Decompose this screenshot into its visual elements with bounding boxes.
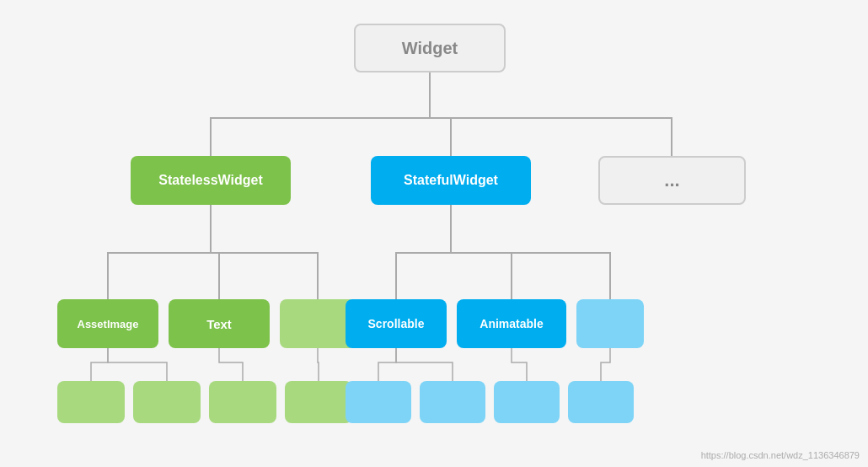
green-child-2 <box>133 381 201 423</box>
green-dot-node <box>280 299 356 348</box>
blue-child-3 <box>494 381 560 423</box>
scrollable-node: Scrollable <box>346 299 447 348</box>
green-child-1 <box>57 381 125 423</box>
stateful-label: StatefulWidget <box>404 173 498 188</box>
stateless-widget-node: StatelessWidget <box>131 156 291 205</box>
text-node: Text <box>169 299 270 348</box>
animatable-node: Animatable <box>457 299 566 348</box>
green-child-4 <box>285 381 352 423</box>
animatable-label: Animatable <box>480 317 543 330</box>
green-child-3 <box>209 381 276 423</box>
assetimage-node: AssetImage <box>57 299 158 348</box>
blue-dot-node <box>576 299 644 348</box>
blue-child-1 <box>346 381 411 423</box>
text-label: Text <box>206 317 232 331</box>
scrollable-label: Scrollable <box>368 317 425 330</box>
blue-child-4 <box>568 381 634 423</box>
ellipsis-label: ... <box>664 169 679 191</box>
blue-child-2 <box>420 381 485 423</box>
widget-label: Widget <box>402 39 458 58</box>
watermark: https://blog.csdn.net/wdz_1136346879 <box>701 450 860 460</box>
stateless-label: StatelessWidget <box>158 173 262 188</box>
stateful-widget-node: StatefulWidget <box>371 156 531 205</box>
widget-node: Widget <box>354 24 506 72</box>
ellipsis-node: ... <box>598 156 746 205</box>
assetimage-label: AssetImage <box>78 318 139 330</box>
diagram: Widget StatelessWidget StatefulWidget ..… <box>0 0 868 467</box>
